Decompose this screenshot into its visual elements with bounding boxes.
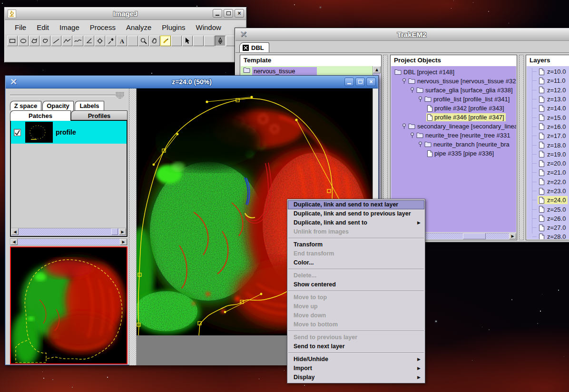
- layer-row[interactable]: z=21.0: [527, 168, 569, 177]
- close-icon[interactable]: ×: [366, 78, 376, 86]
- layer-row[interactable]: z=18.0: [527, 140, 569, 149]
- close-icon[interactable]: ×: [235, 9, 244, 18]
- tab-dbl[interactable]: DBL: [239, 42, 269, 52]
- panel-splitter[interactable]: [129, 88, 137, 365]
- menu-item-color[interactable]: Color...: [288, 258, 424, 267]
- imagej-titlebar[interactable]: ImageJ ×: [5, 8, 246, 20]
- visibility-checkbox[interactable]: [14, 129, 21, 136]
- angle-tool-icon[interactable]: [84, 36, 94, 46]
- menu-item-duplicate-link-and-send-to-previous-layer[interactable]: Duplicate, link and send to previous lay…: [288, 209, 424, 218]
- tab-patches[interactable]: Patches: [10, 110, 71, 121]
- blank-tool-icon[interactable]: [171, 36, 182, 46]
- layer-row[interactable]: z=27.0: [527, 223, 569, 232]
- tree-expand-handle-icon[interactable]: [418, 141, 422, 147]
- tree-node[interactable]: profile_list [profile_list #341]: [391, 95, 516, 104]
- menu-item-display[interactable]: Display▶: [288, 373, 424, 382]
- arrow-tool-icon[interactable]: [182, 36, 193, 46]
- layer-row[interactable]: z=28.0: [527, 232, 569, 239]
- menu-item-duplicate-link-and-send-to-next-layer[interactable]: Duplicate, link and send to next layer: [288, 200, 424, 209]
- layer-row[interactable]: z=19.0: [527, 150, 569, 159]
- maximize-icon[interactable]: [355, 78, 365, 86]
- slider-handle[interactable]: [116, 92, 124, 99]
- layer-row[interactable]: z=25.0: [527, 205, 569, 214]
- navigator-thumbnail[interactable]: [10, 246, 128, 364]
- template-item-nervous-tissue[interactable]: nervous_tissue: [241, 66, 373, 76]
- layer-row[interactable]: z=13.0: [527, 95, 569, 104]
- minimize-icon[interactable]: [213, 9, 222, 18]
- tree-node[interactable]: secondary_lineage [secondary_linea: [391, 122, 516, 131]
- menu-item-duplicate-link-and-sent-to[interactable]: Duplicate, link and sent to▶: [288, 218, 424, 227]
- menu-plugins[interactable]: Plugins: [157, 23, 190, 31]
- layer-row[interactable]: z=17.0: [527, 131, 569, 140]
- tree-node[interactable]: profile #346 [profile #347]: [391, 113, 516, 122]
- tree-node[interactable]: pipe #335 [pipe #336]: [391, 149, 516, 158]
- scroll-right-icon[interactable]: ▶: [119, 228, 126, 235]
- tab-profiles[interactable]: Profiles: [71, 110, 128, 120]
- scroll-up-icon[interactable]: ▲: [373, 66, 381, 73]
- menu-item-show-centered[interactable]: Show centered: [288, 280, 424, 289]
- menu-edit[interactable]: Edit: [31, 23, 54, 31]
- tree-expand-handle-icon[interactable]: [410, 87, 414, 93]
- polygon-tool-icon[interactable]: [29, 36, 39, 46]
- layer-row[interactable]: z=10.0: [527, 67, 569, 76]
- layer-row[interactable]: z=22.0: [527, 177, 569, 186]
- layer-slider[interactable]: [10, 92, 124, 99]
- menu-item-transform[interactable]: Transform: [288, 240, 424, 249]
- menu-item-hide-unhide[interactable]: Hide/Unhide▶: [288, 355, 424, 364]
- menu-analyze[interactable]: Analyze: [121, 23, 157, 31]
- tree-expand-handle-icon[interactable]: [402, 123, 406, 129]
- tree-node[interactable]: neurite_branch [neurite_bra: [391, 140, 516, 149]
- color-picker-tool-icon[interactable]: [160, 36, 171, 46]
- freeline-tool-icon[interactable]: [73, 36, 83, 46]
- tree-expand-handle-icon[interactable]: [410, 132, 414, 138]
- point-tool-icon[interactable]: [95, 36, 105, 46]
- navigator-hscrollbar[interactable]: ◀ ▶: [10, 238, 128, 245]
- tree-node[interactable]: neurite_tree [neurite_tree #331: [391, 131, 516, 140]
- tab-z-space[interactable]: Z space: [10, 101, 41, 110]
- pen-tool-icon[interactable]: [215, 36, 226, 46]
- menu-item-import[interactable]: Import▶: [288, 364, 424, 373]
- blank-tool-icon[interactable]: [193, 36, 204, 46]
- minimize-icon[interactable]: [344, 78, 354, 86]
- maximize-icon[interactable]: [224, 9, 233, 18]
- panel-splitter[interactable]: [519, 55, 524, 240]
- layer-row[interactable]: z=24.0: [527, 196, 569, 205]
- profile-list-item[interactable]: profile: [11, 121, 127, 144]
- rectangle-tool-icon[interactable]: [7, 36, 18, 46]
- tab-labels[interactable]: Labels: [75, 101, 104, 110]
- blank-tool-icon[interactable]: [128, 36, 138, 46]
- layer-row[interactable]: z=14.0: [527, 104, 569, 113]
- scrollbar-thumb[interactable]: [463, 233, 486, 239]
- tree-expand-handle-icon[interactable]: [418, 96, 422, 102]
- tree-node[interactable]: nervous_tissue [nervous_tissue #325]: [391, 77, 516, 86]
- menu-item-send-to-next-layer[interactable]: Send to next layer: [288, 342, 424, 351]
- line-tool-icon[interactable]: [51, 36, 61, 46]
- scrollbar-thumb[interactable]: [111, 228, 118, 235]
- scroll-left-icon[interactable]: ◀: [10, 239, 18, 245]
- hand-tool-icon[interactable]: [149, 36, 160, 46]
- menu-image[interactable]: Image: [54, 23, 85, 31]
- profiles-hscrollbar[interactable]: ◀ ▶: [11, 228, 126, 235]
- scroll-left-icon[interactable]: ◀: [11, 228, 19, 235]
- tree-node[interactable]: surface_glia [surface_glia #338]: [391, 86, 516, 95]
- blank-tool-icon[interactable]: [204, 36, 215, 46]
- wand-tool-icon[interactable]: [106, 36, 116, 46]
- polyline-tool-icon[interactable]: [62, 36, 72, 46]
- tab-opacity[interactable]: Opacity: [42, 101, 74, 110]
- layer-row[interactable]: z=20.0: [527, 159, 569, 168]
- trakem2-titlebar[interactable]: ✕ TrakEM2: [235, 29, 569, 41]
- layer-row[interactable]: z=11.0: [527, 76, 569, 85]
- text-tool-icon[interactable]: A: [117, 36, 127, 46]
- menu-process[interactable]: Process: [85, 23, 121, 31]
- freehand-tool-icon[interactable]: [40, 36, 50, 46]
- zoom-tool-icon[interactable]: [138, 36, 149, 46]
- menu-file[interactable]: File: [10, 23, 31, 31]
- layer-row[interactable]: z=23.0: [527, 186, 569, 196]
- layer-row[interactable]: z=12.0: [527, 86, 569, 95]
- tree-node[interactable]: profile #342 [profile #343]: [391, 104, 516, 113]
- layer-row[interactable]: z=26.0: [527, 214, 569, 223]
- scroll-right-icon[interactable]: ▶: [120, 239, 127, 245]
- tree-node[interactable]: DBL [project #148]: [391, 68, 516, 77]
- display-titlebar[interactable]: ✕ z=24.0 (50%) ×: [6, 76, 378, 88]
- layer-row[interactable]: z=16.0: [527, 122, 569, 131]
